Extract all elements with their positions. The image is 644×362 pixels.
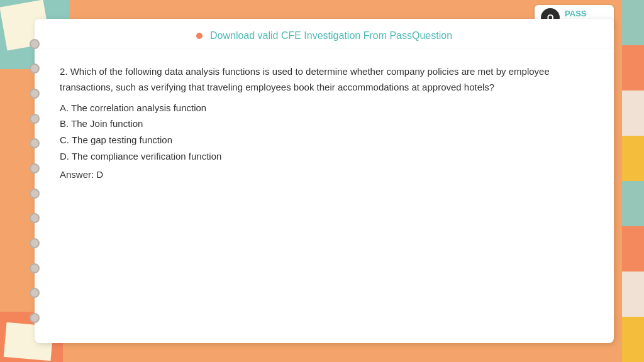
spiral-hole bbox=[30, 114, 40, 124]
notebook-content: 2. Which of the following data analysis … bbox=[35, 48, 614, 195]
notebook-header: Download valid CFE Investigation From Pa… bbox=[35, 19, 614, 48]
option-d-text: The compliance verification function bbox=[72, 151, 221, 162]
spiral-hole bbox=[30, 63, 40, 74]
spiral-hole bbox=[30, 189, 40, 199]
spiral-hole bbox=[30, 238, 40, 248]
right-strips bbox=[622, 0, 644, 362]
option-b: B. The Join function bbox=[60, 116, 589, 132]
spiral-hole bbox=[30, 263, 40, 273]
spiral-hole bbox=[30, 288, 40, 298]
option-c-text: The gap testing function bbox=[72, 134, 172, 145]
option-a-text: The correlation analysis function bbox=[71, 102, 206, 113]
spiral-hole bbox=[30, 313, 40, 323]
option-a: A. The correlation analysis function bbox=[60, 101, 589, 116]
header-title: Download valid CFE Investigation From Pa… bbox=[210, 30, 452, 41]
option-c-label: C. bbox=[60, 134, 72, 145]
spiral-hole bbox=[30, 213, 40, 223]
option-b-label: B. bbox=[60, 118, 71, 129]
notebook-card: Download valid CFE Investigation From Pa… bbox=[35, 19, 614, 343]
spiral-hole bbox=[30, 39, 40, 49]
option-d-label: D. bbox=[60, 151, 72, 162]
answer-line: Answer: D bbox=[60, 167, 589, 183]
option-a-label: A. bbox=[60, 102, 71, 113]
spiral-hole bbox=[30, 89, 40, 99]
spiral-binding bbox=[28, 31, 41, 331]
question-number: 2. bbox=[60, 66, 68, 77]
spiral-hole bbox=[30, 163, 40, 173]
option-b-text: The Join function bbox=[71, 118, 143, 129]
option-c: C. The gap testing function bbox=[60, 133, 589, 148]
spiral-hole bbox=[30, 138, 40, 148]
option-d: D. The compliance verification function bbox=[60, 149, 589, 165]
answer-value: D bbox=[96, 169, 103, 180]
header-dot bbox=[196, 33, 203, 39]
answer-label: Answer: bbox=[60, 169, 94, 180]
question-text: 2. Which of the following data analysis … bbox=[60, 64, 589, 96]
question-body: Which of the following data analysis fun… bbox=[60, 66, 550, 92]
